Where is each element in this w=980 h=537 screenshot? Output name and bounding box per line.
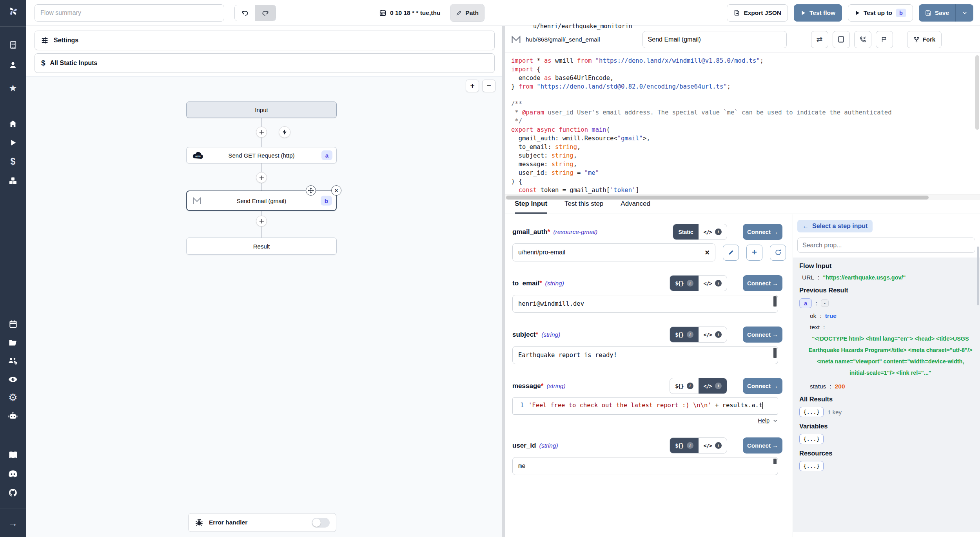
template-mode-segment[interactable]: ${}i [670,327,698,342]
schedule-display[interactable]: 0 10 18 * * tue,thu [379,9,440,16]
prop-status-value[interactable]: 200 [835,383,845,390]
path-label[interactable]: Path [450,4,484,22]
variables-object-chip[interactable]: {...} [799,434,824,444]
tab-step-input[interactable]: Step Input [515,200,547,214]
redo-button[interactable] [255,5,276,21]
connect-button[interactable]: Connect → [743,224,782,240]
code-vertical-scrollbar[interactable] [975,55,979,130]
code-horizontal-scrollbar[interactable] [505,194,980,200]
code-mode-segment[interactable]: </>i [699,378,727,394]
script-code[interactable]: import * as wmill from "https://deno.lan… [511,56,980,194]
tab-advanced[interactable]: Advanced [621,200,650,214]
variables-dollar-icon[interactable]: $ [0,154,26,169]
info-icon[interactable]: i [715,280,722,287]
fork-button[interactable]: Fork [907,31,942,48]
export-json-button[interactable]: Export JSON [727,4,788,22]
input-scrollbar[interactable] [773,348,777,358]
trigger-bolt-button[interactable] [279,126,290,138]
zoom-in-button[interactable]: + [466,80,479,92]
home-icon[interactable] [0,116,26,132]
panel-splitter[interactable] [502,26,505,537]
prop-text-row[interactable]: text : [810,324,974,331]
github-icon[interactable] [0,485,26,501]
add-step-button-1[interactable] [256,127,267,138]
zoom-out-button[interactable]: − [482,80,495,92]
input-scrollbar[interactable] [773,459,777,464]
flow-node-result[interactable]: Result [186,238,337,255]
info-icon[interactable]: i [687,331,693,338]
add-step-button-2[interactable] [256,172,267,183]
connect-button[interactable]: Connect → [743,378,782,394]
webhook-phone-button[interactable] [854,31,871,48]
clear-resource-icon[interactable]: × [705,248,710,257]
chevron-down-icon[interactable] [772,418,778,424]
to-email-input[interactable]: henri@windmill.dev [512,295,778,313]
props-scrollbar[interactable] [977,247,979,305]
docs-book-icon[interactable] [0,447,26,463]
folders-icon[interactable] [0,335,26,350]
connect-button[interactable]: Connect → [743,275,782,291]
delete-node-button[interactable]: × [331,185,341,196]
static-mode-segment[interactable]: Static [673,224,698,239]
message-code-editor[interactable]: 1 'Feel free to check out the latest rep… [512,397,778,415]
settings-gear-icon[interactable]: ⚙ [0,390,26,405]
save-dropdown-button[interactable] [955,4,973,22]
ai-robot-icon[interactable] [0,408,26,424]
test-flow-button[interactable]: Test flow [794,4,842,22]
prop-ok-value[interactable]: true [825,312,837,319]
info-icon[interactable]: i [715,442,722,449]
path-chip[interactable]: Path u/henri/earthquake_monitorin [450,4,485,22]
prop-ok-row[interactable]: ok : true [810,312,974,319]
expand-square-button[interactable] [833,31,850,48]
connect-button[interactable]: Connect → [743,327,782,343]
groups-users-icon[interactable] [0,353,26,368]
collapse-arrow-icon[interactable]: → [0,515,26,531]
workspace-icon[interactable] [0,37,26,53]
code-mode-segment[interactable]: </>i [699,276,727,291]
all-results-object-chip[interactable]: {...} [799,407,824,417]
flag-button[interactable] [876,31,893,48]
sync-swap-button[interactable]: ⇄ [811,31,828,48]
add-resource-button[interactable]: + [746,245,762,261]
runs-play-icon[interactable] [0,135,26,151]
edit-resource-button[interactable] [723,245,739,261]
info-icon[interactable]: i [715,229,722,235]
info-icon[interactable]: i [687,442,693,449]
resources-cubes-icon[interactable] [0,173,26,189]
prop-url-value[interactable]: "https://earthquake.usgs.gov/" [823,274,906,281]
user-id-input[interactable]: me [512,457,778,475]
flow-summary-input[interactable] [34,4,224,22]
audit-eye-icon[interactable] [0,372,26,387]
tab-test-this-step[interactable]: Test this step [564,200,603,214]
script-code-editor[interactable]: import * as wmill from "https://deno.lan… [505,53,980,200]
collapse-chip[interactable]: - [821,299,829,307]
add-step-button-3[interactable] [256,216,267,227]
code-mode-segment[interactable]: </>i [699,224,727,239]
prop-status-row[interactable]: status : 200 [810,383,974,390]
user-icon[interactable] [0,57,26,73]
input-scrollbar[interactable] [773,296,777,307]
test-up-to-button[interactable]: Test up to b [848,4,913,22]
move-node-handle[interactable] [306,185,316,196]
select-step-input-pill[interactable]: ← Select a step input [797,220,873,232]
hub-script-path[interactable]: hub/868/gmail/_send_email [526,36,600,43]
resources-object-chip[interactable]: {...} [799,461,824,471]
prop-text-value[interactable]: "<!DOCTYPE html> <html lang="en"> <head>… [808,333,973,379]
flow-node-input[interactable]: Input [186,102,337,118]
info-icon[interactable]: i [715,383,722,389]
favorites-star-icon[interactable]: ★ [0,80,26,96]
refresh-resource-button[interactable] [770,245,786,261]
windmill-logo-icon[interactable] [0,3,26,19]
template-mode-segment[interactable]: ${}i [670,438,698,453]
template-mode-segment[interactable]: ${}i [670,378,698,394]
schedules-calendar-icon[interactable] [0,316,26,332]
prop-url-row[interactable]: URL : "https://earthquake.usgs.gov/" [802,274,974,281]
error-handler-toggle[interactable] [312,518,330,528]
all-static-inputs-button[interactable]: $ All Static Inputs [34,53,495,73]
info-icon[interactable]: i [687,383,693,389]
info-icon[interactable]: i [687,280,693,287]
code-mode-segment[interactable]: </>i [699,438,727,453]
template-mode-segment[interactable]: ${}i [670,276,698,291]
undo-button[interactable] [235,5,255,21]
subject-input[interactable]: Earthquake report is ready! [512,346,778,364]
